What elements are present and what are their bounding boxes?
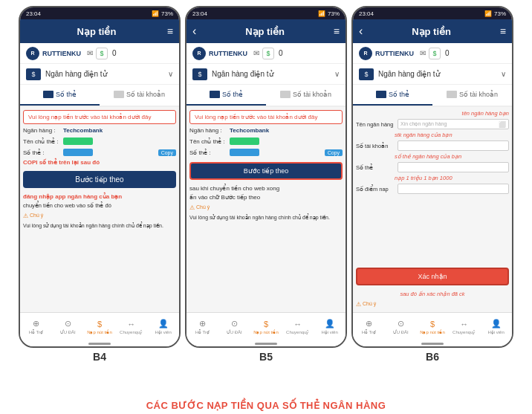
dropdown-arrow-b5[interactable]: ∨ <box>334 70 340 78</box>
warning-b6: ⚠ Chú ý <box>356 300 509 309</box>
signal-b6: 📶 73% <box>484 10 506 17</box>
chuyenquy-icon-b5: ↔ <box>293 320 302 329</box>
annotation-so-the: số thẻ ngân hàng của bạn <box>356 153 509 160</box>
hoivien-icon-b5: 👤 <box>325 319 335 329</box>
copy-btn-b4[interactable]: Copy <box>158 149 176 156</box>
uudai-icon-b5: ⊙ <box>231 319 238 329</box>
user-icons-b6: ✉ $ 0 <box>420 48 450 59</box>
bank-select-b5[interactable]: Ngân hàng điện tử ∨ <box>186 64 346 85</box>
tab-so-the-b5[interactable]: Số thẻ <box>186 85 266 106</box>
envelope-icon-b6[interactable]: ✉ <box>420 49 426 57</box>
card-row-b5: Số thẻ : Copy <box>189 148 343 157</box>
stk-input[interactable] <box>398 140 509 151</box>
user-bar-b4: R RUTTIENKU ✉ $ 0 <box>20 43 179 64</box>
tab-so-the-b6[interactable]: Số thẻ <box>353 85 432 106</box>
hotro-icon-b5: ⊕ <box>199 319 206 329</box>
label-b6: B6 <box>426 348 439 366</box>
sothe-form-row: Số thẻ <box>356 162 509 172</box>
header-b6: ‹ Nạp tiền ≡ <box>353 19 512 43</box>
time-b6: 23:04 <box>359 10 374 17</box>
nav-hotro-b5[interactable]: ⊕ Hỗ Trợ <box>186 313 218 340</box>
bank-label-b5: Ngân hàng điện tử <box>212 70 330 78</box>
account-icon-b6 <box>447 91 457 98</box>
bank-select-b4[interactable]: Ngân hàng điện tử ∨ <box>20 64 179 85</box>
bank-label-b6: Ngân hàng điện tử <box>378 70 496 78</box>
owner-row-b4: Tên chủ thẻ : <box>23 137 176 146</box>
bottom-caption: CÁC BƯỚC NẠP TIỀN QUA SỐ THẺ NGÂN HÀNG <box>6 395 526 414</box>
username-b4: RUTTIENKU <box>42 50 81 57</box>
bottom-nav-b6: ⊕ Hỗ Trợ ⊙ ƯU ĐÃI $ Nạp nút tiền ↔ Chuye… <box>353 312 512 340</box>
nav-chuyenquy-b4[interactable]: ↔ Chuyenquỹ <box>115 313 147 340</box>
phone-b5: 23:04 📶 73% ‹ Nạp tiền ≡ R RUTTIENKU <box>185 6 347 348</box>
nav-hoivien-b6[interactable]: 👤 Hội viên <box>480 313 512 340</box>
user-bar-b6: R RUTTIENKU ✉ $ 0 <box>353 43 512 64</box>
username-b5: RUTTIENKU <box>209 50 247 57</box>
tab-so-tai-khoan-b6[interactable]: Số tài khoản <box>432 85 512 106</box>
nav-naptien-b4[interactable]: $ Nạp nút tiền <box>84 313 116 340</box>
nav-hoivien-b5[interactable]: 👤 Hội viên <box>314 313 346 340</box>
nav-hotro-b6[interactable]: ⊕ Hỗ Trợ <box>353 313 385 340</box>
hotro-icon-b6: ⊕ <box>366 319 372 329</box>
nav-naptien-b5[interactable]: $ Nạp nút tiền <box>250 313 282 340</box>
header-title-b4: Nạp tiền <box>26 26 167 37</box>
nav-hotro-b4[interactable]: ⊕ Hỗ Trợ <box>20 313 52 340</box>
envelope-icon-b5[interactable]: ✉ <box>253 49 259 57</box>
username-b6: RUTTIENKU <box>375 50 414 57</box>
home-bar-b6 <box>421 343 444 345</box>
card-row-b4: Số thẻ : Copy <box>23 148 176 157</box>
menu-icon-b4[interactable]: ≡ <box>167 25 173 37</box>
menu-icon-b6[interactable]: ≡ <box>500 25 506 37</box>
label-b4: B4 <box>93 348 106 366</box>
stk-form-row: Số tài khoản <box>356 140 509 151</box>
menu-icon-b5[interactable]: ≡ <box>334 25 340 37</box>
nav-uudai-b6[interactable]: ⊙ ƯU ĐÃI <box>385 313 417 340</box>
nav-uudai-b4[interactable]: ⊙ ƯU ĐÃI <box>52 313 84 340</box>
account-icon-b5 <box>280 91 291 98</box>
alert-b5: Vui lòng nạp tiền trước vào tài khoản dư… <box>189 110 343 124</box>
tab-so-the-b4[interactable]: Số thẻ <box>20 85 100 106</box>
balance-b5: 0 <box>279 49 283 57</box>
tabs-bar-b6: Số thẻ Số tài khoản <box>353 85 512 107</box>
annotation1-b5: sau khi chuyển tiền cho web xong <box>189 185 343 192</box>
bank-name-row-b4: Ngân hàng : Techcombank <box>23 126 176 135</box>
tabs-bar-b4: Số thẻ Số tài khoản <box>20 85 179 107</box>
next-btn-b5[interactable]: Bước tiếp theo <box>189 162 343 180</box>
chuyenquy-icon-b6: ↔ <box>460 320 468 329</box>
nav-naptien-b6[interactable]: $ Nạp nút tiền <box>417 313 449 340</box>
warning-text-b5: Vui lòng sử dụng tài khoản ngân hàng chí… <box>189 215 343 221</box>
tab-so-tai-khoan-b4[interactable]: Số tài khoản <box>100 85 179 106</box>
content-b5: Vui lòng nạp tiền trước vào tài khoản dư… <box>186 107 346 312</box>
card-value-b4 <box>63 149 93 156</box>
owner-row-b5: Tên chủ thẻ : <box>189 137 343 146</box>
dropdown-arrow-b6[interactable]: ∨ <box>501 70 506 78</box>
annotation-stk: stk ngân hàng của bạn <box>356 132 509 138</box>
copy-btn-b5[interactable]: Copy <box>325 149 343 156</box>
sothe-input[interactable] <box>398 162 509 172</box>
warning-icon-b5: ⚠ <box>189 204 195 211</box>
content-b6: tên ngân hàng bạn Tên ngân hàng Xin chọn… <box>353 107 512 312</box>
diemnap-input[interactable] <box>398 184 509 194</box>
hoivien-icon-b4: 👤 <box>158 319 169 329</box>
bottom-nav-b4: ⊕ Hỗ Trợ ⊙ ƯU ĐÃI $ Nạp nút tiền ↔ Chuye… <box>20 312 179 340</box>
next-btn-b4[interactable]: Bước tiếp theo <box>23 171 176 188</box>
xac-nhan-btn[interactable]: Xác nhận <box>356 268 509 285</box>
dollar-icon-b5: $ <box>262 48 274 59</box>
envelope-icon-b4[interactable]: ✉ <box>87 49 93 57</box>
nav-chuyenquy-b6[interactable]: ↔ Chuyenquỹ <box>448 313 480 340</box>
dropdown-arrow-b4[interactable]: ∨ <box>168 70 173 78</box>
bank-select-b6[interactable]: Ngân hàng điện tử ∨ <box>353 64 512 85</box>
tab-so-tai-khoan-b5[interactable]: Số tài khoản <box>266 85 346 106</box>
phone-b4: 23:04 📶 73% Nạp tiền ≡ R RUTTIENKU ✉ <box>19 6 181 348</box>
avatar-b4: R <box>26 47 39 60</box>
home-indicator-b4 <box>20 340 179 346</box>
bank-icon-b4 <box>26 68 41 80</box>
header-b5: ‹ Nạp tiền ≡ <box>186 19 346 43</box>
annotation-bank-name: tên ngân hàng bạn <box>356 110 509 117</box>
phones-row: 23:04 📶 73% Nạp tiền ≡ R RUTTIENKU ✉ <box>6 6 526 395</box>
signal-b5: 📶 73% <box>318 10 340 17</box>
nav-hoivien-b4[interactable]: 👤 Hội viên <box>147 313 179 340</box>
nav-chuyenquy-b5[interactable]: ↔ Chuyenquỹ <box>282 313 314 340</box>
nav-uudai-b5[interactable]: ⊙ ƯU ĐÃI <box>218 313 250 340</box>
bank-name-select[interactable]: Xin chọn ngân hàng ⬜ <box>398 119 509 129</box>
hoivien-icon-b6: 👤 <box>491 319 502 329</box>
